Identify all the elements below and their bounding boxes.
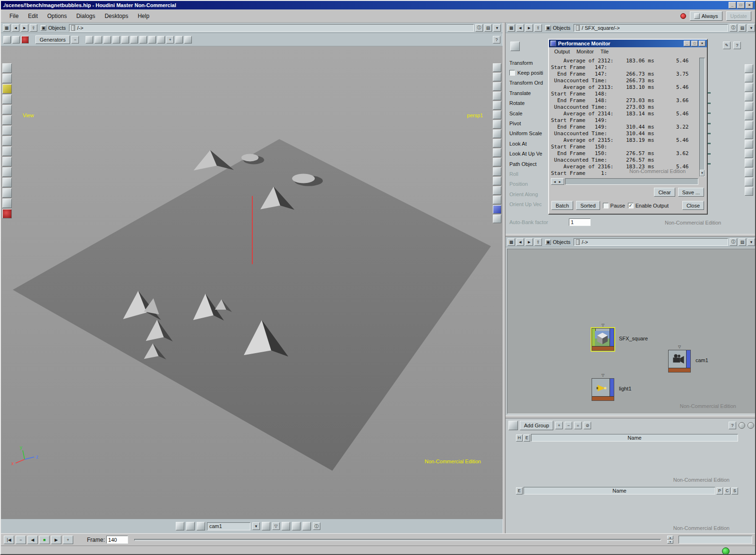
frame-slider[interactable]	[134, 539, 661, 541]
performance-monitor-window[interactable]: Performance Monitor _ □ × Output Monitor…	[548, 39, 708, 215]
parameters-help-icon[interactable]: ?	[733, 42, 741, 49]
node-tile[interactable]	[592, 378, 614, 401]
display-option-icon-5[interactable]	[493, 101, 501, 110]
delete-tool-icon[interactable]	[2, 209, 12, 218]
scroll-arrows-icon[interactable]: ◄ ►	[551, 178, 564, 185]
info-icon[interactable]: ⓘ	[475, 24, 483, 32]
menu-monitor[interactable]: Monitor	[573, 49, 597, 54]
node-sfx-square[interactable]: ▽ SFX_square	[592, 322, 667, 351]
groups-option-icon-1[interactable]	[739, 422, 745, 429]
probe-icon[interactable]	[157, 36, 165, 43]
save-button[interactable]: Save ...	[678, 188, 704, 197]
horizontal-scrollbar[interactable]: ◄ ►	[551, 178, 698, 185]
maximize-button[interactable]: □	[737, 2, 745, 9]
viewport-info-icon[interactable]: ⓘ	[313, 522, 320, 530]
pin-icon[interactable]: ▾	[747, 238, 755, 246]
close-button[interactable]: ×	[746, 2, 753, 9]
edit-column-button[interactable]: E	[516, 487, 523, 494]
param-tab-icon-1[interactable]	[745, 64, 753, 73]
cloud-icon[interactable]	[148, 36, 156, 43]
display-option-icon-11[interactable]	[493, 158, 501, 166]
back-icon[interactable]: ◄	[12, 24, 19, 32]
back-icon[interactable]: ◄	[516, 24, 524, 32]
view-tool-icon[interactable]	[2, 63, 12, 73]
minimize-button[interactable]: _	[684, 41, 690, 46]
groups-option-icon-2[interactable]	[747, 422, 754, 429]
menu-desktops[interactable]: Desktops	[100, 10, 133, 22]
pivot-tool-icon[interactable]	[2, 147, 12, 156]
path-field[interactable]: /->	[574, 238, 728, 246]
render-flag-bar[interactable]	[669, 368, 690, 372]
playbar-range-field[interactable]	[679, 536, 752, 544]
edit-icon[interactable]	[103, 36, 111, 43]
camera-select[interactable]: cam1	[207, 522, 250, 530]
display-option-icon-1[interactable]	[493, 63, 501, 72]
lighting-icon[interactable]	[292, 522, 301, 530]
edit-parameters-icon[interactable]: ✎	[723, 42, 730, 49]
add-group-button[interactable]: Add Group	[520, 421, 553, 430]
name-column-header[interactable]: Name	[531, 434, 738, 442]
display-option-icon-9[interactable]	[493, 139, 501, 147]
display-option-icon-13[interactable]	[493, 177, 501, 185]
menu-options[interactable]: Options	[43, 10, 71, 22]
selection-mask-icon[interactable]	[21, 36, 29, 43]
context-label[interactable]: Objects	[48, 25, 66, 31]
pin-icon[interactable]: ▾	[493, 24, 501, 32]
play-icon[interactable]: ▶	[51, 536, 61, 544]
param-tab-icon-7[interactable]	[745, 121, 753, 130]
viewport-canvas[interactable]: x y z	[1, 46, 503, 519]
primitive-column-button[interactable]: C	[724, 487, 730, 494]
update-mode-update-button[interactable]: Update	[726, 11, 751, 21]
update-mode-always-button[interactable]: Always	[690, 11, 722, 21]
render-flag-bar[interactable]	[592, 346, 614, 350]
spin-down-icon[interactable]: ▼	[667, 540, 673, 544]
exclude-icon[interactable]: ⊘	[584, 422, 591, 429]
select-mode-icon[interactable]	[3, 36, 11, 43]
minimize-button[interactable]: _	[729, 2, 736, 9]
forward-icon[interactable]: ►	[525, 24, 533, 32]
align-tool-icon[interactable]	[2, 178, 12, 187]
tree-view-icon[interactable]	[94, 36, 102, 43]
layers-icon[interactable]	[121, 36, 129, 43]
panel-icon[interactable]: ▤	[739, 24, 746, 32]
title-bar[interactable]: ./scenes/!bench/magnetbubbles.hip - Houd…	[1, 1, 755, 9]
close-button[interactable]: ×	[699, 41, 705, 46]
display-flag-bar[interactable]	[686, 350, 690, 368]
subdivision-column-button[interactable]: S	[731, 487, 738, 494]
auto-bank-field[interactable]: 1	[569, 218, 591, 226]
magnet-icon[interactable]	[130, 36, 138, 43]
pane-type-icon[interactable]: ▦	[3, 24, 10, 32]
orbit-icon[interactable]	[112, 36, 120, 43]
display-option-icon-4[interactable]	[493, 92, 501, 100]
stop-icon[interactable]: ■	[39, 536, 50, 544]
network-graph[interactable]: ▽ SFX_square	[507, 249, 756, 414]
detail-tool-icon[interactable]	[2, 157, 12, 166]
grid-toggle-icon[interactable]	[302, 522, 311, 530]
geometry-icon[interactable]	[139, 36, 147, 43]
active-tool-icon[interactable]	[2, 84, 12, 94]
enable-output-checkbox[interactable]: ✓	[628, 203, 634, 208]
display-option-icon-14[interactable]	[493, 186, 501, 195]
path-menu-button[interactable]	[71, 25, 75, 31]
pose-tool-icon[interactable]	[2, 126, 12, 135]
param-tab-icon-8[interactable]	[745, 130, 753, 139]
context-label[interactable]: Objects	[553, 25, 570, 31]
display-flag-icon[interactable]: ▽	[592, 373, 614, 378]
handle-tool-icon[interactable]	[2, 136, 12, 146]
path-field[interactable]: /->	[69, 24, 474, 32]
help-icon[interactable]: ?	[493, 36, 500, 43]
node-tile[interactable]	[668, 350, 691, 373]
menu-dialogs[interactable]: Dialogs	[71, 10, 100, 22]
home-view-icon[interactable]	[186, 522, 195, 530]
up-level-icon[interactable]: ⇧	[30, 24, 37, 32]
scroll-thumb[interactable]: ▼	[700, 170, 704, 176]
display-flag-bar[interactable]	[610, 379, 614, 396]
param-tab-icon-14[interactable]	[745, 187, 753, 196]
param-tab-icon-5[interactable]	[745, 102, 753, 111]
display-option-active-icon[interactable]	[493, 205, 501, 214]
frame-input[interactable]	[106, 536, 128, 544]
keep-position-checkbox[interactable]	[509, 70, 515, 76]
path-menu-button[interactable]	[576, 239, 580, 245]
menu-tile[interactable]: Tile	[597, 49, 612, 54]
lock-camera-icon[interactable]	[262, 522, 270, 530]
